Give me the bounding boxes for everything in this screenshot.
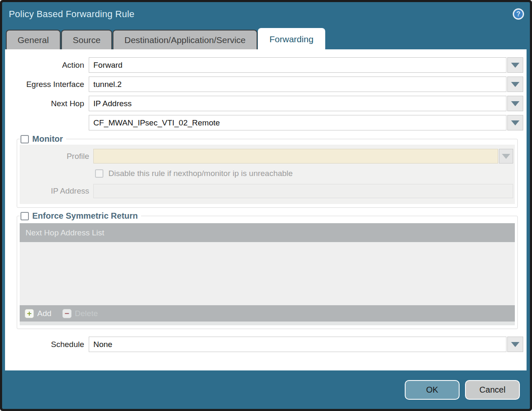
help-icon[interactable]: ?	[513, 8, 524, 20]
profile-row: Profile	[20, 149, 513, 163]
enforce-symmetric-return-legend-label: Enforce Symmetric Return	[32, 211, 138, 221]
next-hop-address-row	[5, 115, 523, 130]
disable-rule-label: Disable this rule if nexthop/monitor ip …	[108, 169, 293, 178]
next-hop-address-list-header: Next Hop Address List	[20, 223, 515, 242]
enforce-symmetric-return-legend: Enforce Symmetric Return	[21, 211, 141, 221]
next-hop-type-dropdown-button[interactable]	[507, 96, 523, 111]
chevron-down-icon	[511, 82, 519, 87]
profile-dropdown-button	[499, 149, 513, 163]
tab-source-label: Source	[73, 35, 101, 45]
tab-forwarding[interactable]: Forwarding	[258, 28, 325, 49]
egress-interface-dropdown-button[interactable]	[507, 77, 523, 92]
tab-destination-application-service-label: Destination/Application/Service	[124, 35, 246, 45]
monitor-ip-address-label: IP Address	[20, 186, 93, 196]
profile-label: Profile	[20, 152, 93, 161]
add-button[interactable]: + Add	[25, 309, 51, 318]
profile-field	[93, 149, 498, 163]
enforce-symmetric-return-fieldset: Enforce Symmetric Return Next Hop Addres…	[17, 211, 518, 329]
next-hop-address-list-body	[20, 242, 515, 305]
next-hop-row: Next Hop	[5, 96, 523, 111]
monitor-checkbox[interactable]	[21, 135, 29, 143]
dialog-footer: OK Cancel	[2, 370, 530, 409]
monitor-ip-address-row: IP Address	[20, 184, 513, 198]
action-label: Action	[5, 61, 89, 70]
monitor-ip-address-input	[93, 184, 513, 198]
chevron-down-icon	[511, 120, 519, 125]
tab-source[interactable]: Source	[61, 30, 113, 49]
next-hop-type-input[interactable]	[89, 96, 506, 111]
action-input[interactable]	[89, 57, 506, 73]
egress-interface-row: Egress Interface	[5, 77, 523, 92]
action-row: Action	[5, 57, 523, 73]
title-bar: Policy Based Forwarding Rule ?	[2, 2, 530, 26]
tab-forwarding-label: Forwarding	[270, 34, 314, 44]
next-hop-label: Next Hop	[5, 99, 89, 108]
tab-general-label: General	[18, 35, 49, 45]
chevron-down-icon	[502, 154, 510, 159]
dialog-window: Policy Based Forwarding Rule ? General S…	[0, 0, 532, 411]
delete-button-label: Delete	[75, 309, 98, 318]
add-button-label: Add	[37, 309, 51, 318]
policy-based-forwarding-dialog: Policy Based Forwarding Rule ? General S…	[2, 2, 530, 409]
chevron-down-icon	[511, 63, 519, 68]
monitor-legend-label: Monitor	[32, 134, 63, 144]
next-hop-address-dropdown-button[interactable]	[507, 115, 523, 130]
schedule-label: Schedule	[5, 340, 89, 349]
chevron-down-icon	[511, 101, 519, 106]
schedule-row: Schedule	[5, 337, 523, 352]
next-hop-address-list-toolbar: + Add − Delete	[20, 305, 515, 322]
monitor-fieldset: Monitor Profile Disable this rule if nex…	[17, 134, 518, 208]
cancel-button[interactable]: Cancel	[465, 380, 520, 400]
schedule-dropdown-button[interactable]	[507, 337, 523, 352]
action-dropdown-button[interactable]	[507, 57, 523, 73]
dialog-title: Policy Based Forwarding Rule	[9, 9, 513, 20]
tab-destination-application-service[interactable]: Destination/Application/Service	[113, 30, 257, 49]
monitor-legend: Monitor	[21, 134, 66, 144]
delete-button: − Delete	[62, 309, 98, 318]
next-hop-address-list-table: Next Hop Address List + Add − Delete	[20, 223, 515, 325]
tab-bar: General Source Destination/Application/S…	[2, 26, 530, 49]
minus-icon: −	[62, 309, 72, 318]
schedule-input[interactable]	[89, 337, 506, 352]
forwarding-tab-panel: Action Egress Interface Next Hop	[5, 49, 527, 370]
chevron-down-icon	[511, 342, 519, 347]
table-footer-strip	[20, 322, 515, 325]
ok-button[interactable]: OK	[405, 380, 460, 400]
disable-rule-row: Disable this rule if nexthop/monitor ip …	[95, 169, 513, 178]
tab-general[interactable]: General	[6, 30, 61, 49]
plus-icon: +	[25, 309, 34, 318]
enforce-symmetric-return-checkbox[interactable]	[21, 212, 29, 220]
next-hop-address-input[interactable]	[89, 115, 506, 130]
egress-interface-input[interactable]	[89, 77, 506, 92]
egress-interface-label: Egress Interface	[5, 80, 89, 89]
monitor-panel: Profile Disable this rule if nexthop/mon…	[20, 145, 515, 204]
disable-rule-checkbox	[95, 169, 103, 178]
